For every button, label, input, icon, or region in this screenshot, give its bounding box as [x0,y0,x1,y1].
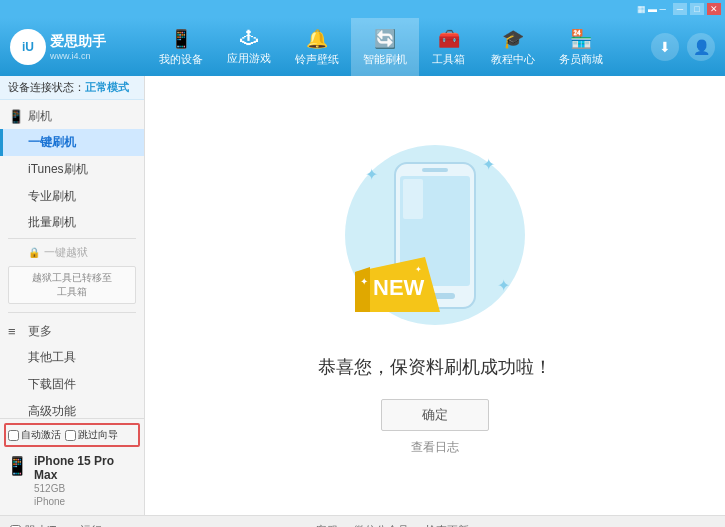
tab-tutorials[interactable]: 🎓 教程中心 [479,18,547,76]
footer-link-customer[interactable]: 客服 [316,523,338,527]
lock-icon: 🔒 [28,247,40,258]
nav-tabs: 📱 我的设备 🕹 应用游戏 🔔 铃声壁纸 🔄 智能刷机 🧰 工具箱 🎓 教程中心… [110,18,651,76]
svg-text:✦: ✦ [415,265,422,274]
wifi-icon: ▦ ▬ ─ [637,4,666,14]
tab-store[interactable]: 🏪 务员商城 [547,18,615,76]
tab-tools[interactable]: 🧰 工具箱 [419,18,479,76]
my-device-icon: 📱 [170,28,192,50]
more-section-icon: ≡ [8,324,24,340]
tab-ringtones[interactable]: 🔔 铃声壁纸 [283,18,351,76]
sidebar-divider [8,238,136,239]
sidebar-item-itunes-flash[interactable]: iTunes刷机 [0,156,144,183]
sidebar-item-download-firmware[interactable]: 下载固件 [0,371,144,398]
svg-marker-6 [355,267,370,312]
tutorials-icon: 🎓 [502,28,524,50]
ringtones-icon: 🔔 [306,28,328,50]
download-btn[interactable]: ⬇ [651,33,679,61]
section-header-flash[interactable]: 📱 刷机 [0,104,144,129]
header: iU 爱思助手 www.i4.cn 📱 我的设备 🕹 应用游戏 🔔 铃声壁纸 🔄… [0,18,725,76]
auto-activate-label[interactable]: 自动激活 [8,428,61,442]
guide-import-checkbox[interactable] [65,430,76,441]
sparkle-2: ✦ [482,155,495,174]
auto-activate-checkbox[interactable] [8,430,19,441]
footer-link-update[interactable]: 检查更新 [425,523,469,527]
footer-center: V7.98.66 客服 微信公众号 检查更新 [256,523,469,527]
sidebar: 设备连接状态：正常模式 📱 刷机 一键刷机 iTunes刷机 专业刷机 批量刷机 [0,76,145,515]
auto-options-box: 自动激活 跳过向导 [4,423,140,447]
tab-my-device[interactable]: 📱 我的设备 [147,18,215,76]
user-btn[interactable]: 👤 [687,33,715,61]
device-info: iPhone 15 Pro Max 512GB iPhone [34,454,138,508]
sparkle-1: ✦ [365,165,378,184]
status-bar: 设备连接状态：正常模式 [0,76,144,100]
new-badge: NEW ✦ ✦ [355,257,440,315]
logo-icon: iU [10,29,46,65]
sidebar-item-batch-flash[interactable]: 批量刷机 [0,209,144,236]
phone-container: ✦ ✦ ✦ [335,135,535,335]
sidebar-top: 设备连接状态：正常模式 📱 刷机 一键刷机 iTunes刷机 专业刷机 批量刷机 [0,76,144,418]
close-btn[interactable]: ✕ [707,3,721,15]
sidebar-item-pro-flash[interactable]: 专业刷机 [0,183,144,210]
flash-section-icon: 📱 [8,109,24,125]
svg-text:✦: ✦ [360,276,368,287]
footer: 阻止iTunes运行 V7.98.66 客服 微信公众号 检查更新 [0,515,725,527]
sidebar-item-advanced[interactable]: 高级功能 [0,398,144,418]
sidebar-bottom: 自动激活 跳过向导 📱 iPhone 15 Pro Max 512GB iPho… [0,418,144,515]
device-item: 📱 iPhone 15 Pro Max 512GB iPhone [4,451,140,511]
sidebar-section-more: ≡ 更多 其他工具 下载固件 高级功能 [0,315,144,418]
svg-rect-3 [422,168,448,172]
header-actions: ⬇ 👤 [651,33,715,61]
sidebar-item-other-tools[interactable]: 其他工具 [0,344,144,371]
window-controls: ▦ ▬ ─ ─ □ ✕ [637,3,721,15]
sidebar-divider-2 [8,312,136,313]
log-link[interactable]: 查看日志 [411,439,459,456]
device-phone-icon: 📱 [6,455,28,477]
content-area: ✦ ✦ ✦ [145,76,725,515]
tab-apps-games[interactable]: 🕹 应用游戏 [215,18,283,76]
sidebar-section-flash: 📱 刷机 一键刷机 iTunes刷机 专业刷机 批量刷机 🔒 [0,100,144,310]
logo: iU 爱思助手 www.i4.cn [10,29,110,65]
minimize-btn[interactable]: ─ [673,3,687,15]
sidebar-item-jailbreak: 🔒 一键越狱 [0,241,144,264]
apps-icon: 🕹 [240,28,258,49]
main-layout: 设备连接状态：正常模式 📱 刷机 一键刷机 iTunes刷机 专业刷机 批量刷机 [0,76,725,515]
maximize-btn[interactable]: □ [690,3,704,15]
footer-link-wechat[interactable]: 微信公众号 [354,523,409,527]
section-header-more[interactable]: ≡ 更多 [0,319,144,344]
store-icon: 🏪 [570,28,592,50]
logo-text: 爱思助手 www.i4.cn [50,33,106,61]
sparkle-3: ✦ [497,276,510,295]
footer-left: 阻止iTunes运行 [10,523,256,527]
tools-icon: 🧰 [438,28,460,50]
sidebar-item-one-key-flash[interactable]: 一键刷机 [0,129,144,156]
guide-import-label[interactable]: 跳过向导 [65,428,118,442]
disabled-box: 越狱工具已转移至 工具箱 [8,266,136,304]
tab-smart-flash[interactable]: 🔄 智能刷机 [351,18,419,76]
success-text: 恭喜您，保资料刷机成功啦！ [318,355,552,379]
svg-rect-4 [403,179,423,219]
success-illustration: ✦ ✦ ✦ [335,135,535,335]
svg-text:NEW: NEW [373,275,425,300]
smart-flash-icon: 🔄 [374,28,396,50]
confirm-button[interactable]: 确定 [381,399,489,431]
